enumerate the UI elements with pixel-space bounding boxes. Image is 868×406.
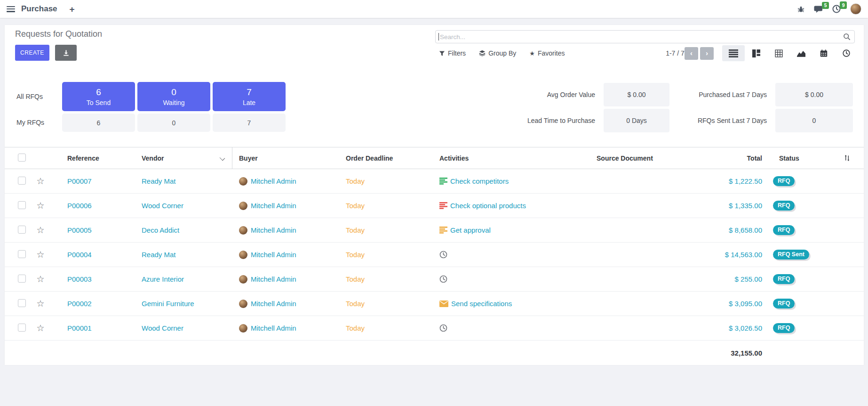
row-checkbox[interactable] xyxy=(18,226,26,234)
reference-link[interactable]: P00005 xyxy=(50,226,142,234)
status-badge[interactable]: RFQ Sent xyxy=(773,250,809,260)
card-my-waiting[interactable]: 0 xyxy=(137,114,210,132)
header-buyer[interactable]: Buyer xyxy=(232,154,346,162)
buyer-link[interactable]: Mitchell Admin xyxy=(251,202,296,210)
reference-link[interactable]: P00002 xyxy=(50,300,142,308)
favorite-star-icon[interactable] xyxy=(36,275,44,284)
favorite-star-icon[interactable] xyxy=(36,324,44,333)
pager-previous-button[interactable] xyxy=(685,47,698,60)
table-row[interactable]: P00002 Gemini Furniture Mitchell Admin T… xyxy=(5,292,864,316)
favorite-star-icon[interactable] xyxy=(36,226,44,235)
pager-next-button[interactable] xyxy=(700,47,714,60)
view-kanban-button[interactable] xyxy=(745,45,767,61)
card-my-late[interactable]: 7 xyxy=(213,114,286,132)
create-button[interactable]: CREATE xyxy=(15,45,49,61)
table-row[interactable]: P00006 Wood Corner Mitchell Admin Today … xyxy=(5,194,864,218)
favorite-star-icon[interactable] xyxy=(36,299,44,308)
view-calendar-button[interactable] xyxy=(812,45,835,61)
row-checkbox[interactable] xyxy=(18,299,26,307)
table-row[interactable]: P00003 Azure Interior Mitchell Admin Tod… xyxy=(5,267,864,292)
search-icon[interactable] xyxy=(843,33,851,41)
row-checkbox[interactable] xyxy=(18,201,26,209)
buyer-link[interactable]: Mitchell Admin xyxy=(251,275,296,283)
status-badge[interactable]: RFQ xyxy=(773,299,795,309)
select-all-checkbox[interactable] xyxy=(18,154,26,162)
status-badge[interactable]: RFQ xyxy=(773,176,795,187)
user-avatar[interactable] xyxy=(850,3,861,15)
activity-cell[interactable]: Get approval xyxy=(439,226,597,234)
view-list-button[interactable] xyxy=(722,45,745,61)
table-row[interactable]: P00005 Deco Addict Mitchell Admin Today … xyxy=(5,218,864,243)
activity-cell[interactable]: Send specifications xyxy=(439,300,597,308)
activity-cell[interactable]: Check competitors xyxy=(439,177,597,185)
status-badge[interactable]: RFQ xyxy=(773,201,795,211)
export-button[interactable] xyxy=(55,45,77,61)
row-checkbox[interactable] xyxy=(18,275,26,283)
favorites-button[interactable]: Favorites xyxy=(529,49,565,57)
row-checkbox[interactable] xyxy=(18,250,26,258)
vendor-link[interactable]: Gemini Furniture xyxy=(142,292,232,316)
favorite-star-icon[interactable] xyxy=(36,250,44,259)
debug-bug-icon[interactable] xyxy=(797,6,804,13)
card-to-send[interactable]: 6To Send xyxy=(62,82,135,111)
header-source-document[interactable]: Source Document xyxy=(597,154,691,162)
vendor-link[interactable]: Deco Addict xyxy=(142,218,232,242)
group-by-button[interactable]: Group By xyxy=(479,49,516,57)
buyer-link[interactable]: Mitchell Admin xyxy=(251,251,296,259)
favorite-star-icon[interactable] xyxy=(36,201,44,210)
reference-link[interactable]: P00001 xyxy=(50,324,142,332)
buyer-link[interactable]: Mitchell Admin xyxy=(251,300,296,308)
table-row[interactable]: P00004 Ready Mat Mitchell Admin Today $ … xyxy=(5,243,864,267)
optional-columns-icon[interactable] xyxy=(827,154,864,162)
header-vendor[interactable]: Vendor xyxy=(142,147,232,169)
activity-cell[interactable] xyxy=(439,324,597,332)
buyer-link[interactable]: Mitchell Admin xyxy=(251,226,296,234)
activity-label[interactable]: Check optional products xyxy=(450,202,526,210)
vendor-link[interactable]: Wood Corner xyxy=(142,316,232,340)
vendor-link[interactable]: Ready Mat xyxy=(142,243,232,267)
card-my-to-send[interactable]: 6 xyxy=(62,114,135,132)
status-badge[interactable]: RFQ xyxy=(773,225,795,235)
rfqs-sent-7d-value[interactable]: 0 xyxy=(775,109,853,132)
reference-link[interactable]: P00006 xyxy=(50,202,142,210)
card-waiting[interactable]: 0Waiting xyxy=(137,82,210,111)
activity-cell[interactable] xyxy=(439,251,597,259)
app-menu-title[interactable]: Purchase xyxy=(21,4,57,14)
activities-icon[interactable]: 9 xyxy=(832,5,841,13)
chevron-down-icon[interactable] xyxy=(220,155,225,161)
activity-label[interactable]: Check competitors xyxy=(450,177,509,185)
activity-label[interactable]: Send specifications xyxy=(451,300,512,308)
filters-button[interactable]: Filters xyxy=(439,49,466,57)
activity-label[interactable]: Get approval xyxy=(450,226,491,234)
vendor-link[interactable]: Azure Interior xyxy=(142,267,232,291)
card-late[interactable]: 7Late xyxy=(213,82,286,111)
reference-link[interactable]: P00004 xyxy=(50,251,142,259)
header-total[interactable]: Total xyxy=(691,154,766,162)
vendor-link[interactable]: Wood Corner xyxy=(142,194,232,218)
menu-icon[interactable] xyxy=(7,6,15,12)
view-graph-button[interactable] xyxy=(790,45,812,61)
header-activities[interactable]: Activities xyxy=(439,154,597,162)
buyer-link[interactable]: Mitchell Admin xyxy=(251,177,296,185)
header-reference[interactable]: Reference xyxy=(50,154,142,162)
activity-cell[interactable] xyxy=(439,275,597,283)
view-activity-button[interactable] xyxy=(835,45,858,61)
reference-link[interactable]: P00003 xyxy=(50,275,142,283)
favorite-star-icon[interactable] xyxy=(36,177,44,186)
reference-link[interactable]: P00007 xyxy=(50,177,142,185)
table-row[interactable]: P00007 Ready Mat Mitchell Admin Today Ch… xyxy=(5,169,864,194)
view-pivot-button[interactable] xyxy=(767,45,790,61)
messages-icon[interactable]: 5 xyxy=(814,5,823,13)
table-row[interactable]: P00001 Wood Corner Mitchell Admin Today … xyxy=(5,316,864,341)
status-badge[interactable]: RFQ xyxy=(773,323,795,333)
purchased-7d-value[interactable]: $ 0.00 xyxy=(775,83,853,106)
buyer-link[interactable]: Mitchell Admin xyxy=(251,324,296,332)
vendor-link[interactable]: Ready Mat xyxy=(142,169,232,193)
plus-icon[interactable]: + xyxy=(70,5,75,14)
row-checkbox[interactable] xyxy=(18,177,26,185)
row-checkbox[interactable] xyxy=(18,324,26,332)
header-status[interactable]: Status xyxy=(766,154,827,162)
status-badge[interactable]: RFQ xyxy=(773,274,795,284)
activity-cell[interactable]: Check optional products xyxy=(439,202,597,210)
search-input[interactable] xyxy=(439,33,843,41)
